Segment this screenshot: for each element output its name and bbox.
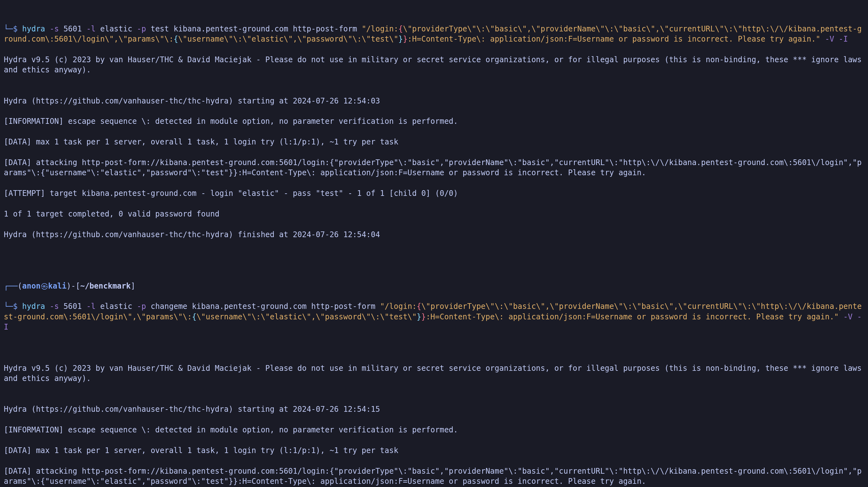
json-key: \"params\" (118, 35, 164, 43)
json-close-brace: } (403, 35, 407, 43)
command-line-2: └─$ hydra -s 5601 -l elastic -p changeme… (4, 301, 864, 332)
json-open-brace: { (398, 25, 403, 33)
form-trailer: :H=Content-Type\: application/json:F=Use… (408, 35, 820, 43)
output-line: [INFORMATION] escape sequence \: detecte… (4, 425, 864, 435)
flag-p: -p (137, 302, 146, 311)
json-open-brace: { (417, 302, 421, 311)
json-val: \"basic\" (504, 302, 545, 311)
json-key: \"providerName\" (531, 25, 605, 33)
module-arg: http-post-form (311, 302, 375, 311)
command-name: hydra (22, 25, 45, 33)
prompt-dollar: $ (13, 25, 18, 33)
output-line: [DATA] attacking http-post-form://kibana… (4, 157, 864, 178)
form-prefix: "/login: (380, 302, 417, 311)
prompt-dollar: $ (13, 302, 18, 311)
json-val: \"test\" (362, 35, 398, 43)
flag-s: -s (50, 25, 59, 33)
output-line: [INFORMATION] escape sequence \: detecte… (4, 116, 864, 126)
output-line: [DATA] max 1 task per 1 server, overall … (4, 137, 864, 147)
json-key: \"currentURL\" (660, 25, 724, 33)
form-trailer: :H=Content-Type\: application/json:F=Use… (426, 312, 838, 321)
flag-V: -V (825, 35, 834, 43)
flag-s: -s (50, 302, 59, 311)
flag-I: -I (839, 35, 848, 43)
json-key: \"password\" (316, 312, 371, 321)
json-key: \"params\" (137, 312, 183, 321)
target-arg: kibana.pentest-ground.com (174, 25, 288, 33)
prompt-header: ┌──(anon㉿kali)-[~/benckmark] (4, 281, 864, 291)
form-prefix: "/login: (362, 25, 398, 33)
prompt-corner-top-icon: ┌── (4, 282, 18, 291)
prompt-host: kali (48, 282, 67, 291)
output-line: Hydra (https://github.com/vanhauser-thc/… (4, 96, 864, 106)
flag-p: -p (137, 25, 146, 33)
inner-brace-open: { (174, 35, 178, 43)
output-line: [DATA] attacking http-post-form://kibana… (4, 466, 864, 487)
output-line: 1 of 1 target completed, 0 valid passwor… (4, 209, 864, 219)
json-key: \"providerType\" (421, 302, 495, 311)
json-val: \"basic\" (632, 302, 674, 311)
json-key: \"username\" (178, 35, 233, 43)
prompt-corner-icon: └─ (4, 302, 13, 311)
pass-arg: test (151, 25, 169, 33)
port-arg: 5601 (63, 25, 82, 33)
command-name: hydra (22, 302, 45, 311)
port-arg: 5601 (63, 302, 82, 311)
skull-icon: ㉿ (41, 282, 48, 291)
output-line: [ATTEMPT] target kibana.pentest-ground.c… (4, 188, 864, 199)
flag-l: -l (86, 25, 96, 33)
json-key: \"username\" (196, 312, 251, 321)
output-line: Hydra (https://github.com/vanhauser-thc/… (4, 230, 864, 240)
pass-arg: changeme (151, 302, 187, 311)
flag-V: -V (843, 312, 852, 321)
inner-brace-open: { (192, 312, 196, 321)
json-val: \"elastic\" (242, 35, 293, 43)
terminal[interactable]: └─$ hydra -s 5601 -l elastic -p test kib… (0, 0, 868, 487)
inner-brace-close: } (416, 312, 421, 321)
prompt-corner-icon: └─ (4, 25, 13, 33)
json-val: \"basic\" (614, 25, 655, 33)
json-key: \"providerType\" (403, 25, 476, 33)
json-key: \"currentURL\" (678, 302, 742, 311)
command-line-1: └─$ hydra -s 5601 -l elastic -p test kib… (4, 24, 864, 44)
blank-line (4, 342, 864, 353)
json-close-brace: } (421, 312, 426, 321)
output-line: Hydra v9.5 (c) 2023 by van Hauser/THC & … (4, 363, 864, 384)
prompt-user: anon (22, 282, 41, 291)
module-arg: http-post-form (293, 25, 357, 33)
json-val: \"basic\" (486, 25, 527, 33)
flag-l: -l (86, 302, 96, 311)
output-line: [DATA] max 1 task per 1 server, overall … (4, 446, 864, 456)
blank-line (4, 250, 864, 260)
login-arg: elastic (100, 25, 132, 33)
output-line: Hydra v9.5 (c) 2023 by van Hauser/THC & … (4, 55, 864, 75)
json-key: \"password\" (298, 35, 352, 43)
prompt-path: ~/benckmark (80, 282, 131, 291)
json-val: \"elastic\" (261, 312, 311, 321)
inner-brace-close: } (398, 35, 403, 43)
login-arg: elastic (100, 302, 132, 311)
json-val: \"test\" (380, 312, 417, 321)
colon: \: (476, 25, 486, 33)
json-key: \"providerName\" (550, 302, 623, 311)
target-arg: kibana.pentest-ground.com (192, 302, 307, 311)
output-line: Hydra (https://github.com/vanhauser-thc/… (4, 404, 864, 414)
